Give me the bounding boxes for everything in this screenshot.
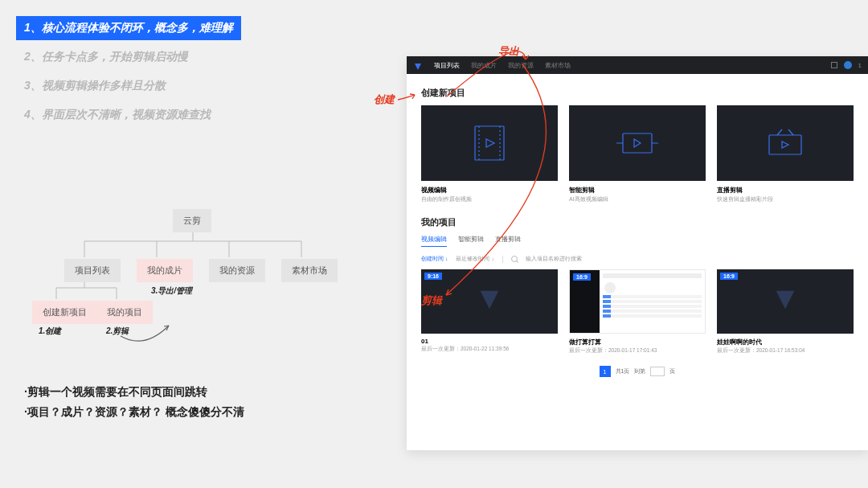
svg-rect-1 (623, 133, 652, 153)
checkbox-icon[interactable] (831, 62, 837, 68)
proj-tab-1[interactable]: 智能剪辑 (458, 235, 484, 247)
avatar[interactable] (844, 61, 852, 69)
project-sub-0: 最后一次更新：2020-01-22 11:39:56 (421, 346, 558, 353)
section-my-title: 我的项目 (421, 216, 854, 228)
project-card-0[interactable]: 9:16 01 最后一次更新：2020-01-22 11:39:56 (421, 269, 558, 355)
create-card-title-2: 直播剪辑 (717, 186, 854, 195)
ratio-badge-0: 9:16 (424, 273, 442, 280)
node-l3-1: 我的项目 (96, 301, 153, 324)
bullet-1: ·剪辑一个视频需要在不同页面间跳转 (24, 382, 244, 402)
proj-tab-0[interactable]: 视频编辑 (421, 235, 447, 247)
issue-3: 3、视频剪辑操作多样且分散 (16, 74, 174, 98)
node-l3-0: 创建新项目 (32, 301, 97, 324)
cap-create: 1.创建 (39, 326, 61, 337)
app-topbar: 项目列表 我的成片 我的资源 素材市场 1 (407, 56, 868, 74)
project-title-0: 01 (421, 338, 558, 345)
issue-1: 1、核心流程体验不闭环，概念多，难理解 (16, 16, 241, 40)
cap-export: 3.导出/管理 (151, 285, 192, 297)
node-l2-0: 项目列表 (64, 259, 121, 282)
search-placeholder[interactable]: 输入项目名称进行搜索 (526, 255, 582, 263)
page-jump-label: 到第 (634, 367, 645, 375)
ratio-badge-1: 16:9 (573, 273, 591, 281)
bullet-2: ·项目？成片？资源？素材？ 概念傻傻分不清 (24, 402, 244, 422)
node-l2-3: 素材市场 (281, 259, 338, 282)
project-sub-1: 最后一次更新：2020-01-17 17:01:43 (569, 347, 706, 355)
nav-tab-1[interactable]: 我的成片 (471, 61, 497, 70)
app-logo-icon (413, 60, 423, 70)
nav-tab-3[interactable]: 素材市场 (545, 61, 571, 70)
project-card-1[interactable]: 16:9 做打算打算 最后一次更新：2020-01-17 17:01:43 (569, 269, 706, 355)
page-jump-suffix: 页 (669, 367, 675, 375)
hierarchy-diagram: 云剪 项目列表 我的成片 我的资源 素材市场 创建新项目 我的项目 1.创建 2… (32, 201, 354, 362)
create-card-sub-2: 快速剪辑直播精彩片段 (717, 195, 854, 203)
proj-tab-2[interactable]: 直播剪辑 (495, 235, 521, 247)
page-total: 共1页 (616, 367, 630, 375)
section-create-title: 创建新项目 (421, 87, 854, 99)
svg-rect-2 (769, 135, 801, 154)
sort-modified[interactable]: 最近修改时间 ↓ (456, 255, 493, 263)
create-card-video[interactable]: 视频编辑 自由的制作原创视频 (421, 105, 558, 203)
page-current[interactable]: 1 (600, 366, 611, 377)
node-l2-2: 我的资源 (209, 259, 265, 282)
issue-4: 4、界面层次不清晰，视频资源难查找 (16, 103, 219, 127)
ratio-badge-2: 16:9 (720, 273, 738, 280)
project-title-2: 娃娃啊啊的时代 (717, 338, 854, 347)
video-logo-icon (476, 286, 503, 317)
create-card-smart[interactable]: 智能剪辑 AI高效视频编辑 (569, 105, 706, 203)
node-root: 云剪 (173, 209, 211, 232)
app-window: 项目列表 我的成片 我的资源 素材市场 1 创建新项目 视频编辑 自由的制作原创… (407, 56, 868, 450)
issue-2: 2、任务卡点多，开始剪辑启动慢 (16, 45, 196, 69)
page-jump-input[interactable] (650, 367, 665, 376)
sort-divider (502, 256, 503, 263)
search-icon[interactable] (511, 256, 518, 262)
annot-export: 导出 (498, 45, 520, 57)
top-user: 1 (858, 62, 862, 69)
create-card-title-0: 视频编辑 (421, 186, 558, 195)
create-card-live[interactable]: 直播剪辑 快速剪辑直播精彩片段 (717, 105, 854, 203)
sort-created[interactable]: 创建时间 ↓ (421, 255, 448, 263)
create-card-sub-1: AI高效视频编辑 (569, 195, 706, 203)
project-sub-2: 最后一次更新：2020-01-17 16:53:04 (717, 347, 854, 355)
create-card-sub-0: 自由的制作原创视频 (421, 195, 558, 203)
create-card-title-1: 智能剪辑 (569, 186, 706, 195)
project-card-2[interactable]: 16:9 娃娃啊啊的时代 最后一次更新：2020-01-17 16:53:04 (717, 269, 854, 355)
pagination: 1 共1页 到第 页 (421, 366, 854, 377)
nav-tab-2[interactable]: 我的资源 (508, 61, 534, 70)
project-title-1: 做打算打算 (569, 338, 706, 347)
cap-edit: 2.剪辑 (106, 326, 129, 337)
nav-tab-0[interactable]: 项目列表 (434, 61, 460, 70)
node-l2-1: 我的成片 (137, 259, 193, 282)
video-logo-icon (772, 286, 799, 317)
